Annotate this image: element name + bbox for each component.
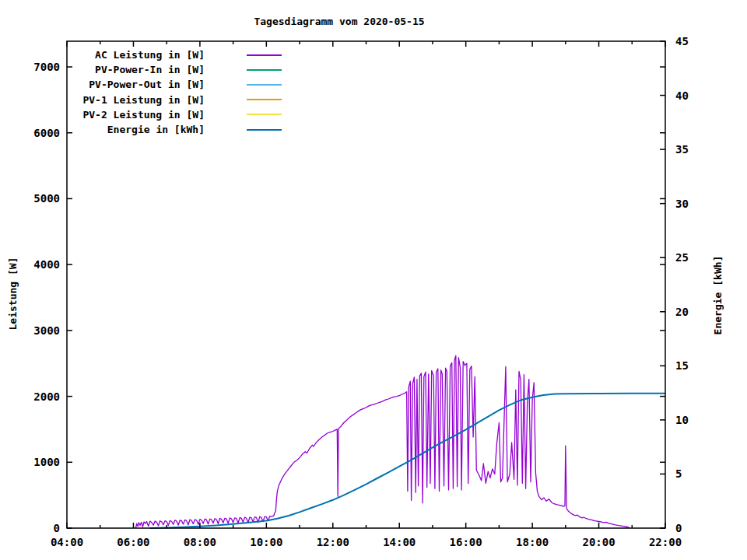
y2-tick-label: 45 — [675, 35, 689, 47]
y2-tick-label: 5 — [675, 467, 682, 480]
y2-tick-label: 30 — [675, 198, 689, 210]
x-tick-label: 18:00 — [516, 536, 549, 548]
legend-label: Energie in [kWh] — [67, 124, 205, 135]
legend: AC Leistung in [W]PV-Power-In in [W]PV-P… — [67, 47, 282, 137]
x-tick-label: 06:00 — [117, 536, 149, 548]
y-tick-label: 3000 — [33, 324, 60, 337]
y2-axis-ticks: 051015202530354045 — [660, 35, 689, 534]
legend-label: PV-2 Leistung in [W] — [67, 109, 205, 121]
legend-label: PV-Power-Out in [W] — [67, 79, 205, 90]
legend-label: PV-1 Leistung in [W] — [67, 94, 205, 106]
legend-line-swatch — [247, 114, 282, 115]
x-tick-label: 08:00 — [184, 536, 216, 548]
x-tick-label: 22:00 — [649, 536, 682, 548]
y2-tick-label: 20 — [675, 306, 689, 318]
x-tick-label: 12:00 — [317, 536, 349, 548]
y-tick-label: 1000 — [33, 456, 60, 468]
legend-item: AC Leistung in [W] — [67, 47, 282, 62]
legend-line-swatch — [247, 84, 282, 86]
legend-label: PV-Power-In in [W] — [67, 64, 205, 75]
x-tick-label: 14:00 — [383, 536, 416, 548]
y2-tick-label: 0 — [675, 522, 682, 534]
y-axis-label: Leistung [W] — [7, 208, 19, 380]
y2-tick-label: 10 — [675, 414, 689, 426]
x-tick-label: 10:00 — [250, 536, 282, 548]
chart-canvas: 04:0006:0008:0010:0012:0014:0016:0018:00… — [0, 0, 747, 560]
y-tick-label: 6000 — [33, 127, 60, 139]
legend-label: AC Leistung in [W] — [67, 49, 205, 61]
legend-line-swatch — [247, 69, 282, 71]
x-tick-label: 20:00 — [582, 536, 615, 548]
y-tick-label: 0 — [54, 522, 60, 534]
legend-item: PV-Power-In in [W] — [67, 62, 282, 77]
y-tick-label: 5000 — [33, 192, 60, 205]
chart-title: Tagesdiagramm vom 2020-05-15 — [67, 16, 612, 27]
legend-item: PV-Power-Out in [W] — [67, 77, 282, 92]
legend-line-swatch — [247, 54, 282, 56]
legend-line-swatch — [247, 129, 282, 131]
y-tick-label: 4000 — [33, 258, 60, 271]
y2-axis-label: Energie [kWh] — [712, 210, 724, 381]
y2-tick-label: 25 — [675, 251, 689, 264]
series-line — [135, 355, 630, 528]
x-tick-label: 04:00 — [51, 536, 83, 548]
legend-item: PV-2 Leistung in [W] — [67, 107, 282, 122]
legend-line-swatch — [247, 99, 282, 100]
y-tick-label: 7000 — [33, 61, 60, 73]
y2-tick-label: 15 — [675, 359, 689, 372]
x-tick-label: 16:00 — [450, 536, 482, 548]
y-tick-label: 2000 — [33, 390, 60, 403]
legend-item: Energie in [kWh] — [67, 122, 282, 137]
legend-item: PV-1 Leistung in [W] — [67, 93, 282, 107]
y2-tick-label: 35 — [675, 143, 689, 156]
y2-tick-label: 40 — [675, 89, 689, 102]
